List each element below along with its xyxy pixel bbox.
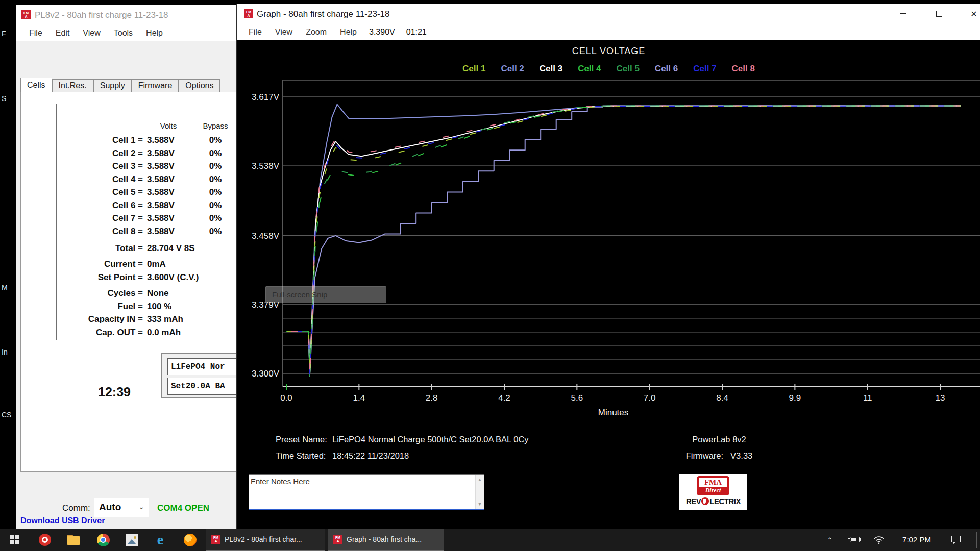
cell-label: Cell 8 =: [61, 225, 143, 238]
scroll-down-icon[interactable]: ▼: [476, 500, 484, 508]
volts-header: Volts: [147, 120, 190, 132]
cell-readout-row: Cell 4 =3.588V0%: [16, 173, 236, 186]
x-axis-label: 2.8: [426, 393, 438, 403]
preset-line: LiFePO4 Nor: [167, 358, 236, 375]
close-button[interactable]: ✕: [962, 4, 980, 23]
cell-readout-row: Cell 1 =3.588V0%: [16, 134, 236, 147]
menu-item-file[interactable]: File: [23, 27, 48, 39]
preset-name-label: Preset Name:: [276, 435, 327, 444]
tab-options[interactable]: Options: [179, 79, 220, 92]
menu-item-help[interactable]: Help: [140, 27, 168, 39]
photos-icon[interactable]: [120, 529, 143, 551]
menu-item-zoom[interactable]: Zoom: [300, 26, 332, 38]
taskbar-clock[interactable]: 7:02 PM: [894, 535, 939, 544]
taskbar-app-graph[interactable]: FMA Graph - 80ah first cha...: [328, 529, 444, 551]
preset-summary-box: LiFePO4 NorSet20.0A BA: [161, 353, 236, 398]
scroll-up-icon[interactable]: ▲: [476, 475, 484, 484]
tab-firmware[interactable]: Firmware: [132, 79, 179, 92]
preset-line: Set20.0A BA: [167, 378, 236, 395]
legend-cell2: Cell 2: [501, 64, 524, 74]
cell-bypass: 0%: [194, 173, 237, 186]
notes-input[interactable]: Enter Notes Here ▲ ▼: [249, 474, 484, 510]
menu-item-view[interactable]: View: [270, 26, 298, 38]
red-app-icon[interactable]: [34, 529, 56, 551]
tray-chevron-up-icon[interactable]: ⌃: [819, 529, 841, 551]
summary-label: Cap. OUT =: [61, 326, 143, 339]
pl8v2-menubar: FileEditViewToolsHelp: [16, 26, 236, 41]
cell-bypass: 0%: [194, 160, 237, 173]
pl8v2-titlebar[interactable]: FMA PL8v2 - 80ah first charge 11-23-18: [16, 5, 236, 26]
menu-item-help[interactable]: Help: [334, 26, 362, 38]
firmware-row: Firmware: V3.33: [673, 451, 765, 461]
cell-readout-row: Cell 6 =3.588V0%: [16, 199, 236, 212]
summary-row: Current =0mA: [16, 258, 236, 271]
pl8v2-window-title: PL8v2 - 80ah first charge 11-23-18: [35, 10, 168, 20]
cell-bypass: 0%: [194, 225, 237, 238]
summary-label: Fuel =: [61, 300, 143, 313]
action-center-icon[interactable]: [945, 529, 968, 551]
comm-status: COM4 OPEN: [157, 503, 209, 513]
battery-icon[interactable]: [843, 529, 866, 551]
y-axis-label: 3.538V: [252, 161, 280, 171]
revolectrix-o-icon: [701, 497, 709, 505]
summary-label: Cycles =: [61, 287, 143, 300]
summary-value: 28.704 V 8S: [147, 242, 237, 255]
preset-name-value: LiFePO4 Normal Charge 500th/C Set20.0A B…: [332, 435, 529, 444]
menu-item-tools[interactable]: Tools: [108, 27, 138, 39]
desktop-icon-label: In: [2, 348, 8, 356]
maximize-button[interactable]: [927, 4, 951, 23]
summary-value: None: [147, 287, 237, 300]
cell-bypass: 0%: [194, 212, 237, 225]
start-button[interactable]: [4, 529, 26, 551]
desktop: FSMInCS FMA PL8v2 - 80ah first charge 11…: [0, 0, 980, 551]
x-axis-label: 13: [936, 393, 945, 403]
summary-row: Total =28.704 V 8S: [16, 242, 236, 255]
cell-bypass: 0%: [194, 147, 237, 160]
windows-logo-icon: [10, 535, 19, 544]
notes-scrollbar[interactable]: ▲ ▼: [475, 475, 484, 509]
graph-titlebar[interactable]: FMA Graph - 80ah first charge 11-23-18 ✕: [237, 4, 980, 24]
summary-value: 0mA: [147, 258, 237, 271]
summary-label: Total =: [61, 242, 143, 255]
firefox-icon[interactable]: [179, 529, 201, 551]
download-usb-driver-link[interactable]: Download USB Driver: [20, 516, 105, 525]
x-axis-label: 9.9: [789, 393, 801, 403]
tab-intres[interactable]: Int.Res.: [52, 79, 93, 92]
tab-cells[interactable]: Cells: [20, 78, 52, 92]
graph-window: FMA Graph - 80ah first charge 11-23-18 ✕…: [236, 4, 980, 529]
series-cell5: [286, 106, 961, 376]
cell-label: Cell 7 =: [61, 212, 143, 225]
taskbar-app-pl8v2[interactable]: FMA PL8v2 - 80ah first char...: [206, 529, 325, 551]
menu-item-view[interactable]: View: [77, 27, 106, 39]
file-explorer-icon[interactable]: [62, 529, 85, 551]
taskbar-app-label: PL8v2 - 80ah first char...: [225, 535, 302, 543]
fma-revolectrix-logo: FMA Direct REV LECTRIX: [679, 474, 747, 510]
comm-port-select[interactable]: Auto ⌄: [94, 498, 149, 517]
series-cell2: [286, 105, 961, 377]
tab-supply[interactable]: Supply: [93, 79, 132, 92]
device-name: PowerLab 8v2: [673, 435, 765, 444]
minimize-button[interactable]: [891, 4, 915, 23]
edge-icon[interactable]: e: [149, 529, 172, 551]
fma-app-icon: FMA: [211, 535, 220, 544]
desktop-icon-label: F: [2, 30, 6, 38]
summary-label: Current =: [61, 258, 143, 271]
live-voltage-readout: 3.390V: [364, 26, 400, 38]
summary-row: Cap. OUT =0.0 mAh: [16, 326, 236, 339]
time-started-value: 18:45:22 11/23/2018: [332, 451, 409, 461]
menu-item-edit[interactable]: Edit: [50, 27, 76, 39]
chrome-icon[interactable]: [92, 529, 114, 551]
menu-item-file[interactable]: File: [243, 26, 267, 38]
fma-direct-text: Direct: [699, 487, 727, 494]
time-started-label: Time Started:: [276, 451, 326, 461]
fma-app-icon: FMA: [244, 9, 253, 18]
summary-row: Fuel =100 %: [16, 300, 236, 313]
wifi-icon[interactable]: [868, 529, 890, 551]
firmware-value: V3.33: [730, 451, 752, 461]
comm-label: Comm:: [62, 503, 90, 513]
summary-row: Capacity IN =333 mAh: [16, 313, 236, 326]
show-desktop-divider[interactable]: [976, 532, 977, 548]
cell-bypass: 0%: [194, 186, 237, 199]
graph-menubar: FileViewZoomHelp3.390V01:21: [237, 24, 980, 40]
series-cell1: [286, 106, 961, 376]
